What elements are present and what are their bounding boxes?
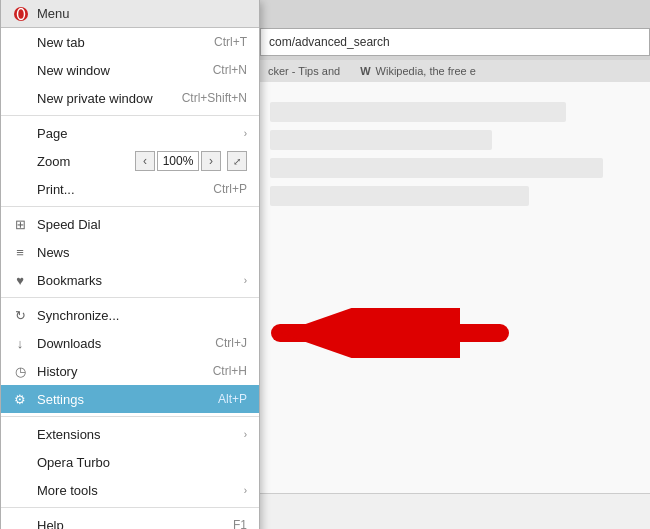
downloads-icon: ↓ <box>11 334 29 352</box>
menu-item-speed-dial[interactable]: ⊞Speed Dial <box>1 210 259 238</box>
help-icon <box>11 516 29 529</box>
zoom-forward-button[interactable]: › <box>201 151 221 171</box>
zoom-control-row: Zoom ‹ 100% › ⤢ <box>1 147 259 175</box>
opera-turbo-label: Opera Turbo <box>37 455 247 470</box>
menu-item-synchronize[interactable]: ↻Synchronize... <box>1 301 259 329</box>
bookmarks-label: Bookmarks <box>37 273 240 288</box>
zoom-value: 100% <box>157 151 199 171</box>
speed-dial-icon: ⊞ <box>11 215 29 233</box>
menu-items-list: New tabCtrl+TNew windowCtrl+NNew private… <box>1 28 259 529</box>
menu-separator <box>1 115 259 116</box>
zoom-controls: ‹ 100% › ⤢ <box>135 151 247 171</box>
tab1-text: cker - Tips and <box>268 65 340 77</box>
menu-header: Menu <box>1 0 259 28</box>
print-label: Print... <box>37 182 193 197</box>
new-tab-label: New tab <box>37 35 194 50</box>
history-icon: ◷ <box>11 362 29 380</box>
new-tab-icon <box>11 33 29 51</box>
menu-dropdown: Menu New tabCtrl+TNew windowCtrl+NNew pr… <box>0 0 260 529</box>
menu-separator <box>1 416 259 417</box>
settings-label: Settings <box>37 392 198 407</box>
address-bar[interactable]: com/advanced_search <box>260 28 650 56</box>
menu-item-help[interactable]: HelpF1 <box>1 511 259 529</box>
opera-turbo-icon <box>11 453 29 471</box>
extensions-arrow-icon: › <box>244 429 247 440</box>
synchronize-icon: ↻ <box>11 306 29 324</box>
new-window-shortcut: Ctrl+N <box>213 63 247 77</box>
help-shortcut: F1 <box>233 518 247 529</box>
content-line <box>270 130 492 150</box>
page-icon <box>11 124 29 142</box>
settings-icon: ⚙ <box>11 390 29 408</box>
menu-item-more-tools[interactable]: More tools› <box>1 476 259 504</box>
new-tab-shortcut: Ctrl+T <box>214 35 247 49</box>
content-line <box>270 186 529 206</box>
tab2-icon: W <box>360 65 370 77</box>
tab-bar: cker - Tips and W Wikipedia, the free e <box>260 60 650 82</box>
menu-item-downloads[interactable]: ↓DownloadsCtrl+J <box>1 329 259 357</box>
menu-item-settings[interactable]: ⚙SettingsAlt+P <box>1 385 259 413</box>
menu-separator <box>1 297 259 298</box>
print-icon <box>11 180 29 198</box>
new-private-window-icon <box>11 89 29 107</box>
content-area <box>260 82 650 529</box>
extensions-label: Extensions <box>37 427 240 442</box>
news-label: News <box>37 245 247 260</box>
page-label: Page <box>37 126 240 141</box>
extensions-icon <box>11 425 29 443</box>
menu-item-new-window[interactable]: New windowCtrl+N <box>1 56 259 84</box>
more-tools-arrow-icon: › <box>244 485 247 496</box>
menu-separator <box>1 206 259 207</box>
content-line <box>270 158 603 178</box>
new-private-window-shortcut: Ctrl+Shift+N <box>182 91 247 105</box>
menu-item-opera-turbo[interactable]: Opera Turbo <box>1 448 259 476</box>
menu-item-bookmarks[interactable]: ♥Bookmarks› <box>1 266 259 294</box>
downloads-shortcut: Ctrl+J <box>215 336 247 350</box>
opera-logo-icon <box>13 6 29 22</box>
menu-header-label: Menu <box>37 6 70 21</box>
bookmarks-arrow-icon: › <box>244 275 247 286</box>
menu-item-print[interactable]: Print...Ctrl+P <box>1 175 259 203</box>
zoom-expand-button[interactable]: ⤢ <box>227 151 247 171</box>
news-icon: ≡ <box>11 243 29 261</box>
more-tools-label: More tools <box>37 483 240 498</box>
zoom-back-button[interactable]: ‹ <box>135 151 155 171</box>
address-bar-text: com/advanced_search <box>269 35 390 49</box>
downloads-label: Downloads <box>37 336 195 351</box>
print-shortcut: Ctrl+P <box>213 182 247 196</box>
history-label: History <box>37 364 193 379</box>
menu-item-history[interactable]: ◷HistoryCtrl+H <box>1 357 259 385</box>
menu-separator <box>1 507 259 508</box>
tab2-text: W Wikipedia, the free e <box>360 65 476 77</box>
speed-dial-label: Speed Dial <box>37 217 247 232</box>
settings-shortcut: Alt+P <box>218 392 247 406</box>
menu-item-new-private-window[interactable]: New private windowCtrl+Shift+N <box>1 84 259 112</box>
menu-item-new-tab[interactable]: New tabCtrl+T <box>1 28 259 56</box>
content-line <box>270 102 566 122</box>
zoom-label: Zoom <box>37 154 135 169</box>
menu-item-page[interactable]: Page› <box>1 119 259 147</box>
new-window-label: New window <box>37 63 193 78</box>
history-shortcut: Ctrl+H <box>213 364 247 378</box>
page-arrow-icon: › <box>244 128 247 139</box>
bookmarks-icon: ♥ <box>11 271 29 289</box>
synchronize-label: Synchronize... <box>37 308 247 323</box>
menu-item-news[interactable]: ≡News <box>1 238 259 266</box>
content-lines <box>260 82 650 234</box>
help-label: Help <box>37 518 213 530</box>
more-tools-icon <box>11 481 29 499</box>
menu-item-extensions[interactable]: Extensions› <box>1 420 259 448</box>
new-window-icon <box>11 61 29 79</box>
new-private-window-label: New private window <box>37 91 162 106</box>
